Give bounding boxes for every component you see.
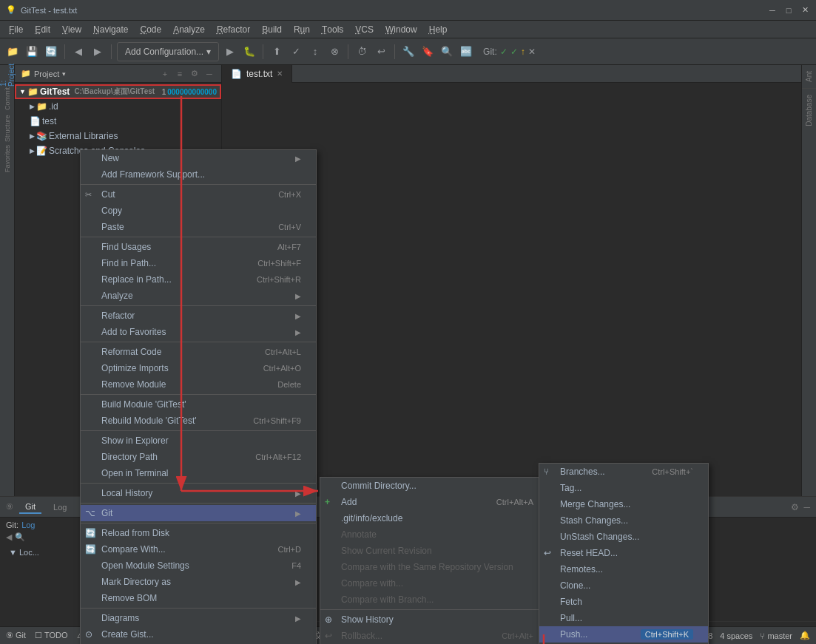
repo-push[interactable]: Push...Ctrl+Shift+K: [539, 626, 708, 643]
bottom-tab-log[interactable]: Log: [47, 501, 73, 513]
status-spaces[interactable]: 4 spaces: [720, 631, 752, 640]
menu-tools[interactable]: Tools: [316, 21, 349, 38]
toolbar-refresh-btn[interactable]: 🔄: [43, 44, 59, 60]
toolbar-settings-btn[interactable]: 🔧: [400, 44, 417, 60]
panel-settings-icon[interactable]: ⚙: [791, 502, 799, 512]
ctx-directory-path[interactable]: Directory PathCtrl+Alt+F12: [81, 449, 316, 465]
toolbar-forward-btn[interactable]: ▶: [90, 44, 106, 60]
bottom-prev-icon[interactable]: ◀: [6, 532, 12, 542]
activity-project[interactable]: 1: Project: [1, 68, 14, 81]
toolbar-back-btn[interactable]: ◀: [70, 44, 87, 60]
menu-navigate[interactable]: Navigate: [87, 21, 134, 38]
tab-close-btn[interactable]: ✕: [277, 70, 283, 78]
ctx-refactor[interactable]: Refactor▶: [81, 308, 316, 324]
toolbar-vcs4-btn[interactable]: ⊗: [326, 44, 343, 60]
menu-refactor[interactable]: Refactor: [211, 21, 256, 38]
menu-window[interactable]: Window: [380, 21, 423, 38]
git-add[interactable]: + AddCtrl+Alt+A: [320, 494, 548, 510]
menu-edit[interactable]: Edit: [29, 21, 56, 38]
ctx-add-framework[interactable]: Add Framework Support...: [81, 166, 316, 183]
git-compare-branch[interactable]: Compare with Branch...: [320, 592, 548, 608]
menu-view[interactable]: View: [56, 21, 87, 38]
menu-vcs[interactable]: VCS: [349, 21, 380, 38]
menu-file[interactable]: File: [3, 21, 29, 38]
tree-item-external[interactable]: ▶ 📚 External Libraries: [15, 129, 221, 143]
toolbar-history-btn[interactable]: ⏱: [354, 44, 370, 60]
activity-favorites[interactable]: Favorites: [1, 143, 14, 173]
maximize-button[interactable]: □: [783, 5, 794, 16]
ctx-reformat[interactable]: Reformat CodeCtrl+Alt+L: [81, 344, 316, 360]
toolbar-rollback-btn[interactable]: ↩: [373, 44, 389, 60]
git-compare-with[interactable]: Compare with...: [320, 575, 548, 592]
toolbar-debug-btn[interactable]: 🐛: [241, 44, 257, 60]
ctx-mark-dir[interactable]: Mark Directory as▶: [81, 574, 316, 590]
editor-tab-test[interactable]: 📄 test.txt ✕: [222, 65, 292, 83]
ctx-create-gist[interactable]: ⊙ Create Gist...: [81, 626, 316, 643]
repo-merge[interactable]: Merge Changes...: [539, 496, 708, 512]
repo-reset-head[interactable]: ↩ Reset HEAD...: [539, 545, 708, 561]
ctx-diagrams[interactable]: Diagrams▶: [81, 610, 316, 626]
toolbar-run-btn[interactable]: ▶: [222, 44, 238, 60]
status-git[interactable]: ⑨ Git: [6, 631, 26, 640]
ctx-reload[interactable]: 🔄 Reload from Disk: [81, 525, 316, 541]
log-link[interactable]: Log: [21, 521, 35, 529]
panel-add-btn[interactable]: +: [159, 68, 171, 80]
right-sidebar-ant[interactable]: Ant: [803, 65, 815, 88]
close-button[interactable]: ✕: [800, 5, 810, 16]
git-annotate[interactable]: Annotate: [320, 526, 548, 543]
ctx-paste[interactable]: PasteCtrl+V: [81, 219, 316, 235]
ctx-git[interactable]: ⌥ Git▶: [81, 505, 316, 521]
ctx-remove-module[interactable]: Remove ModuleDelete: [81, 376, 316, 393]
activity-structure[interactable]: Structure: [1, 114, 14, 143]
ctx-module-settings[interactable]: Open Module SettingsF4: [81, 557, 316, 574]
ctx-cut[interactable]: ✂ CutCtrl+X: [81, 186, 316, 203]
menu-analyze[interactable]: Analyze: [167, 21, 211, 38]
git-commit-dir[interactable]: Commit Directory...: [320, 478, 548, 494]
bottom-search-icon[interactable]: 🔍: [15, 532, 25, 542]
repo-fetch[interactable]: Fetch: [539, 594, 708, 610]
panel-settings-btn[interactable]: ⚙: [189, 68, 200, 80]
git-compare-same[interactable]: Compare with the Same Repository Version: [320, 559, 548, 575]
toolbar-translate-btn[interactable]: 🔤: [458, 44, 474, 60]
menu-code[interactable]: Code: [134, 21, 167, 38]
menu-build[interactable]: Build: [256, 21, 288, 38]
status-branch[interactable]: ⑂ master: [760, 631, 792, 640]
ctx-add-favorites[interactable]: Add to Favorites▶: [81, 324, 316, 340]
toolbar-open-btn[interactable]: 📁: [4, 44, 21, 60]
toolbar-search-btn[interactable]: 🔍: [439, 44, 455, 60]
toolbar-vcs3-btn[interactable]: ↕: [307, 44, 323, 60]
ctx-find-path[interactable]: Find in Path...Ctrl+Shift+F: [81, 255, 316, 271]
panel-close-btn[interactable]: ─: [203, 68, 215, 80]
git-show-history[interactable]: ⊕ Show History: [320, 611, 548, 628]
minimize-button[interactable]: ─: [767, 5, 778, 16]
menu-run[interactable]: Run: [288, 21, 316, 38]
git-show-revision[interactable]: Show Current Revision: [320, 543, 548, 559]
repo-branches[interactable]: ⑂ Branches...Ctrl+Shift+`: [539, 464, 708, 480]
tree-item-test[interactable]: 📄 test: [15, 114, 221, 129]
ctx-replace-path[interactable]: Replace in Path...Ctrl+Shift+R: [81, 271, 316, 288]
bottom-tab-git[interactable]: Git: [19, 501, 41, 514]
ctx-optimize[interactable]: Optimize ImportsCtrl+Alt+O: [81, 360, 316, 376]
repo-pull[interactable]: Pull...: [539, 610, 708, 626]
ctx-analyze[interactable]: Analyze▶: [81, 288, 316, 304]
add-configuration-button[interactable]: Add Configuration... ▾: [117, 42, 219, 61]
menu-help[interactable]: Help: [423, 21, 453, 38]
status-notifications-icon[interactable]: 🔔: [800, 631, 810, 640]
tree-item-id[interactable]: ▶ 📁 .id: [15, 99, 221, 114]
repo-tag[interactable]: Tag...: [539, 480, 708, 496]
repo-remotes[interactable]: Remotes...: [539, 561, 708, 577]
ctx-compare[interactable]: 🔄 Compare With...Ctrl+D: [81, 541, 316, 557]
repo-clone[interactable]: Clone...: [539, 577, 708, 594]
toolbar-vcs-btn[interactable]: ⬆: [269, 44, 285, 60]
repo-stash[interactable]: Stash Changes...: [539, 512, 708, 529]
ctx-new[interactable]: New▶: [81, 150, 316, 166]
toolbar-vcs2-btn[interactable]: ✓: [288, 44, 304, 60]
git-info-exclude[interactable]: .git/info/exclude: [320, 510, 548, 526]
ctx-build-module[interactable]: Build Module 'GitTest': [81, 396, 316, 413]
ctx-open-terminal[interactable]: Open in Terminal: [81, 465, 316, 481]
status-todo[interactable]: ☐ TODO: [35, 631, 67, 640]
repo-unstash[interactable]: UnStash Changes...: [539, 529, 708, 545]
ctx-find-usages[interactable]: Find UsagesAlt+F7: [81, 239, 316, 255]
ctx-remove-bom[interactable]: Remove BOM: [81, 590, 316, 606]
tree-root-item[interactable]: ▼ 📁 GitTest C:\Backup\桌面\GitTest 1 00000…: [15, 84, 221, 99]
